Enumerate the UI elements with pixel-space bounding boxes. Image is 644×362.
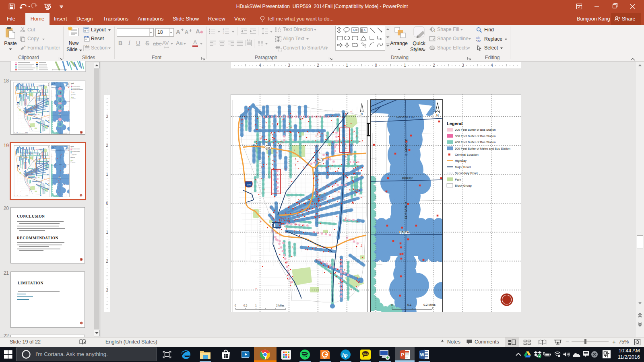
svg-text:Highway: Highway bbox=[455, 159, 466, 162]
svg-text:CONCLUSION: CONCLUSION bbox=[17, 214, 45, 218]
svg-text:3: 3 bbox=[223, 32, 224, 35]
svg-text:A: A bbox=[278, 27, 281, 31]
svg-text:Criminal Location: Criminal Location bbox=[455, 153, 479, 156]
svg-text:1: 1 bbox=[404, 63, 406, 68]
svg-text:P: P bbox=[401, 352, 405, 357]
svg-text:190: 190 bbox=[247, 183, 251, 186]
svg-text:TALK: TALK bbox=[363, 353, 368, 355]
svg-text:2: 2 bbox=[317, 63, 319, 68]
svg-text:hp: hp bbox=[342, 352, 348, 358]
svg-text:1: 1 bbox=[255, 304, 257, 307]
svg-text:W: W bbox=[420, 352, 425, 357]
svg-text:A: A bbox=[353, 29, 355, 32]
svg-text:0: 0 bbox=[235, 304, 236, 307]
svg-text:PDF: PDF bbox=[323, 357, 327, 359]
svg-text:2 Miles: 2 Miles bbox=[276, 304, 285, 307]
svg-text:Park: Park bbox=[455, 178, 461, 181]
svg-text:2: 2 bbox=[106, 259, 108, 263]
svg-text:0: 0 bbox=[391, 303, 393, 306]
svg-text:1: 1 bbox=[346, 63, 348, 68]
svg-text:LAFAYETTE: LAFAYETTE bbox=[396, 115, 415, 119]
svg-text:RECOMMENDATION: RECOMMENDATION bbox=[17, 236, 58, 240]
svg-text:UTICA: UTICA bbox=[399, 230, 409, 234]
svg-text:A: A bbox=[363, 29, 366, 32]
svg-text:2: 2 bbox=[433, 63, 435, 68]
svg-text:400 Feet Buffer of Bus Station: 400 Feet Buffer of Bus Station bbox=[455, 140, 496, 144]
svg-text:0.5: 0.5 bbox=[244, 304, 247, 307]
svg-text:0: 0 bbox=[106, 201, 108, 206]
svg-text:Secondary Road: Secondary Road bbox=[455, 171, 478, 175]
svg-text:3: 3 bbox=[106, 114, 108, 119]
svg-text:3: 3 bbox=[288, 63, 290, 68]
svg-text:198: 198 bbox=[266, 147, 270, 149]
svg-text:3: 3 bbox=[106, 288, 108, 292]
svg-text:Block Group: Block Group bbox=[455, 184, 472, 187]
svg-text:FERRY: FERRY bbox=[402, 177, 413, 180]
svg-text:0.1: 0.1 bbox=[407, 303, 411, 306]
svg-text:N: N bbox=[361, 113, 363, 115]
svg-text:3: 3 bbox=[462, 63, 464, 68]
svg-text:Legend: Legend bbox=[447, 121, 462, 126]
svg-text:4: 4 bbox=[491, 63, 493, 68]
svg-text:1: 1 bbox=[106, 172, 108, 177]
svg-text:200 Feet Buffer of Bus Station: 200 Feet Buffer of Bus Station bbox=[455, 128, 496, 132]
svg-text:1: 1 bbox=[106, 230, 108, 234]
svg-text:LIMITATION: LIMITATION bbox=[18, 281, 43, 285]
svg-text:ELMWOOD: ELMWOOD bbox=[404, 202, 408, 219]
svg-text:300 Feet Buffer of Bus Station: 300 Feet Buffer of Bus Station bbox=[455, 134, 496, 138]
svg-text:500 Feet Buffer of Metro and B: 500 Feet Buffer of Metro and Bus Station bbox=[455, 147, 510, 150]
svg-text:4: 4 bbox=[259, 63, 261, 68]
svg-text:2: 2 bbox=[106, 143, 108, 148]
svg-text:ac: ac bbox=[477, 39, 481, 43]
svg-text:0: 0 bbox=[375, 63, 377, 68]
